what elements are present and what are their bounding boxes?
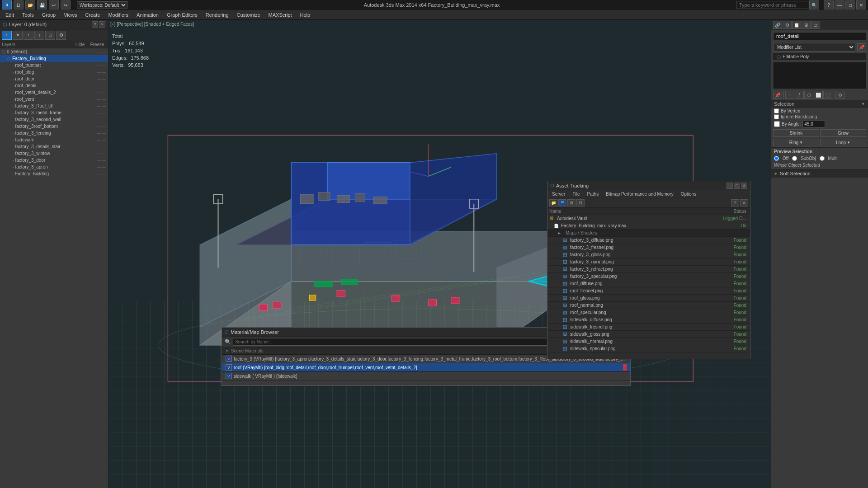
menu-create[interactable]: Create [81,11,104,19]
layer-delete-btn[interactable]: ✕ [13,31,23,40]
layer-item[interactable]: ·factory_3_wintow— — [0,150,108,157]
layer-item[interactable]: ·factory_3roof_bottom— — [0,123,108,130]
at-minimize-btn[interactable]: — [726,183,733,189]
menu-group[interactable]: Group [38,11,60,19]
mod-icon-border[interactable]: ⬡ [804,91,813,99]
save-btn[interactable]: 💾 [37,0,47,9]
at-item[interactable]: 🖼roof_normal.pngFound [547,302,750,309]
mod-icon-settings[interactable]: ⚙ [835,91,844,99]
at-item[interactable]: 🖼factory_3_specular.pngFound [547,273,750,280]
at-tb-help[interactable]: ? [731,199,739,206]
layer-move-btn[interactable]: ↕ [34,31,44,40]
layer-item[interactable]: ⬡Factory_Building— — [0,55,108,62]
close-btn[interactable]: ✕ [856,0,866,9]
layer-close-btn[interactable]: × [99,21,105,28]
maximize-btn[interactable]: □ [845,0,855,9]
modifier-pin-btn[interactable]: 📌 [857,43,866,52]
search-btn[interactable]: 🔍 [809,0,819,9]
search-input[interactable] [736,1,808,9]
menu-modifiers[interactable]: Modifiers [104,11,132,19]
at-item[interactable]: 🖼factory_3_diffuse.pngFound [547,237,750,244]
layer-item[interactable]: ·roof_vent— — [0,96,108,103]
menu-tools[interactable]: Tools [19,11,38,19]
at-item[interactable]: 🖼sidewalk_specular.pngFound [547,345,750,352]
at-tb-list[interactable]: ☰ [558,199,566,206]
at-item[interactable]: 📄Factory_Building_max_vray.maxOk [547,222,750,230]
layer-item[interactable]: ·roof_detail— — [0,82,108,89]
layer-item[interactable]: ·factory_3_fencing— — [0,130,108,136]
preview-subobj-radio[interactable] [792,156,797,161]
at-item[interactable]: 🖼sidewalk_gloss.pngFound [547,331,750,338]
at-tb-table[interactable]: ⊟ [576,199,585,206]
at-item[interactable]: 🖼factory_3_gloss.pngFound [547,251,750,258]
soft-selection-section[interactable]: ► Soft Selection [771,169,868,178]
layer-item[interactable]: ·factory_3_details_stair— — [0,143,108,150]
rp-icon-4[interactable]: 🖥 [802,21,811,29]
menu-help[interactable]: Help [297,11,314,19]
rp-icon-5[interactable]: 🗂 [811,21,820,29]
rp-icon-1[interactable]: 🔗 [773,21,782,29]
at-item[interactable]: 🏛Autodesk VaultLogged O... [547,215,750,222]
app-icon[interactable]: 3 [2,0,12,9]
shrink-btn[interactable]: Shrink [773,129,819,137]
open-btn[interactable]: 📂 [25,0,35,9]
object-name-field[interactable] [773,32,866,40]
mat-item[interactable]: Vroof (VRayMtl) [roof_bldg,roof_detail,r… [222,363,630,372]
menu-animation[interactable]: Animation [133,11,162,19]
menu-rendering[interactable]: Rendering [202,11,232,19]
menu-graph-editors[interactable]: Graph Editors [163,11,201,19]
at-item[interactable]: 🖼roof_fresnel.pngFound [547,287,750,295]
help-btn[interactable]: ? [824,0,834,9]
workspace-dropdown[interactable]: Workspace: Default [77,1,127,9]
layer-item[interactable]: ⬡0 (default)— — [0,48,108,55]
angle-input[interactable] [802,121,825,127]
at-item[interactable]: 🖼sidewalk_normal.pngFound [547,338,750,345]
selection-title[interactable]: Selection ▼ [771,100,868,108]
rp-icon-3[interactable]: 📋 [792,21,801,29]
at-item[interactable]: 🖼sidewalk_fresnel.pngFound [547,324,750,331]
ring-btn[interactable]: Ring ▼ [773,139,819,146]
at-item[interactable]: 🖼factory_3_normal.pngFound [547,258,750,266]
at-item[interactable]: 🖼roof_gloss.pngFound [547,295,750,302]
layer-new-btn[interactable]: + [2,31,12,40]
redo-btn[interactable]: ↪ [61,0,71,9]
at-menu-server[interactable]: Server [549,191,568,197]
at-item[interactable]: 🖼roof_specular.pngFound [547,309,750,316]
at-item[interactable]: 🖼roof_diffuse.pngFound [547,280,750,287]
at-restore-btn[interactable]: □ [734,183,740,189]
layer-item[interactable]: ·factory_3_apron— — [0,164,108,170]
minimize-btn[interactable]: — [835,0,844,9]
rp-icon-2[interactable]: ⚙ [783,21,792,29]
layer-item[interactable]: ·roof_bldg— — [0,69,108,75]
at-item[interactable]: ▸Maps / Shaders [547,230,750,237]
layer-item[interactable]: ·roof_vetnt_details_2— — [0,89,108,96]
preview-off-radio[interactable] [774,156,779,161]
layer-item[interactable]: ·roof_trumpet— — [0,62,108,69]
layer-item[interactable]: ·roof_door— — [0,75,108,82]
layer-item[interactable]: ·factory_3_second_wall— — [0,116,108,123]
menu-maxscript[interactable]: MAXScript [265,11,296,19]
grow-btn[interactable]: Grow [820,129,866,137]
modifier-dropdown[interactable]: Modifier List [773,43,855,52]
layer-settings-btn[interactable]: ⚙ [56,31,66,40]
at-close-btn[interactable]: ✕ [741,183,747,189]
menu-customize[interactable]: Customize [233,11,264,19]
mod-icon-element[interactable]: ⬛ [823,91,832,99]
layer-add-btn[interactable]: + [24,31,33,40]
layer-item[interactable]: ·factory_3_door— — [0,157,108,164]
at-menu-options[interactable]: Options [678,191,699,197]
at-item[interactable]: 🖼factory_3_fresnel.pngFound [547,244,750,251]
at-menu-bitmap[interactable]: Bitmap Performance and Memory [603,191,676,197]
layer-item[interactable]: ·factory_3_metal_frame— — [0,109,108,116]
by-angle-checkbox[interactable] [774,121,780,127]
preview-multi-radio[interactable] [820,156,825,161]
layer-item[interactable]: ·fsidewalk— — [0,136,108,143]
layer-help-btn[interactable]: ? [92,21,98,28]
mod-icon-vert[interactable]: · [785,91,794,99]
mat-item[interactable]: Vsidewalk ( VRayMtl ) [fsidewalk] [222,372,630,380]
layer-item[interactable]: ·factory_3_Roof_till— — [0,103,108,109]
editable-poly-item[interactable]: Editable Poly [773,53,866,60]
at-tb-paths[interactable]: 📁 [549,199,557,206]
at-menu-file[interactable]: File [570,191,582,197]
by-vertex-checkbox[interactable] [774,108,779,113]
